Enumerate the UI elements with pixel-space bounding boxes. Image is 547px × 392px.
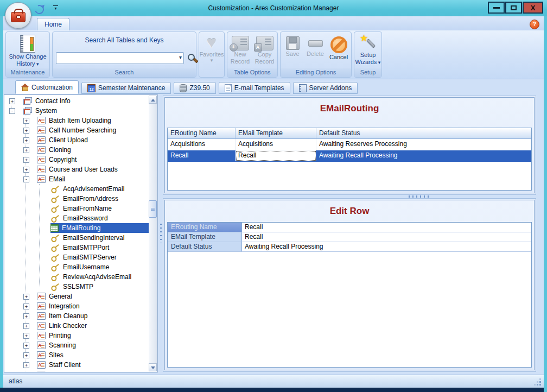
copy-record-button[interactable]: A Copy Record bbox=[252, 32, 277, 65]
tree-item-label: Tags bbox=[47, 371, 64, 371]
scroll-down-button[interactable] bbox=[149, 363, 157, 371]
search-input[interactable] bbox=[58, 54, 174, 63]
tree-expander[interactable]: - bbox=[23, 176, 29, 182]
tree-expander[interactable]: + bbox=[23, 137, 29, 143]
tree-item[interactable]: ReviewAcqAdviseEmail bbox=[5, 272, 149, 282]
resize-grip[interactable] bbox=[533, 378, 541, 385]
tree-item[interactable]: EmailSMTPPort bbox=[5, 243, 149, 252]
tree-item[interactable]: + Scanning bbox=[5, 340, 149, 350]
tree-expander[interactable]: + bbox=[23, 167, 29, 173]
cell-email-template[interactable]: Recall bbox=[236, 150, 316, 161]
vertical-splitter[interactable] bbox=[158, 94, 164, 372]
tree-item[interactable]: EmailSendingInterval bbox=[5, 233, 149, 243]
document-tab[interactable]: Server Addons bbox=[293, 82, 358, 94]
favorites-button[interactable]: ♥ Favorites ▾ bbox=[199, 32, 224, 63]
tree-expander[interactable]: + bbox=[23, 333, 29, 339]
cell-email-template[interactable]: Acquisitions bbox=[236, 139, 316, 150]
tree-expander[interactable]: + bbox=[23, 304, 29, 309]
tree-item[interactable]: EmailSMTPServer bbox=[5, 252, 149, 262]
status-text: atlas bbox=[9, 377, 22, 385]
tree-item[interactable]: + Contact Info bbox=[5, 96, 149, 106]
delete-button[interactable]: Delete bbox=[304, 32, 327, 58]
tree-item[interactable]: EmailPassword bbox=[5, 213, 149, 223]
tree-item[interactable]: + Client Upload bbox=[5, 135, 149, 145]
tree-expander[interactable]: + bbox=[23, 362, 29, 368]
refresh-icon[interactable] bbox=[33, 3, 46, 16]
scrollbar-thumb[interactable] bbox=[149, 200, 157, 218]
edit-field-value[interactable]: Recall bbox=[242, 223, 531, 232]
column-header[interactable]: ERouting Name bbox=[168, 128, 236, 138]
tree-expander[interactable]: + bbox=[23, 157, 29, 163]
tree-expander[interactable]: + bbox=[23, 118, 29, 124]
tab-home[interactable]: Home bbox=[37, 18, 69, 30]
tree-item[interactable]: + Item Cleanup bbox=[5, 311, 149, 321]
horizontal-splitter[interactable] bbox=[164, 193, 535, 200]
tree-expander[interactable]: + bbox=[23, 313, 29, 319]
close-button[interactable]: X bbox=[523, 2, 543, 14]
cell-default-status[interactable]: Awaiting Reserves Processing bbox=[316, 139, 531, 150]
tree-item[interactable]: + Staff Client bbox=[5, 360, 149, 370]
column-header[interactable]: EMail Template bbox=[236, 128, 316, 138]
tree-item[interactable]: + Batch Item Uploading bbox=[5, 116, 149, 125]
tree-item[interactable]: EmailUsername bbox=[5, 262, 149, 272]
cancel-button[interactable]: Cancel bbox=[327, 32, 351, 61]
quick-access-dropdown-icon[interactable]: ▾ bbox=[53, 5, 58, 11]
tree-expander[interactable]: + bbox=[23, 128, 29, 134]
document-tab[interactable]: 12 Semester Maintenance bbox=[81, 82, 171, 94]
tree-item[interactable]: + Call Number Searching bbox=[5, 125, 149, 135]
tree-item[interactable]: AcqAdvisementEmail bbox=[5, 184, 149, 194]
tree-item-label: EmailFromName bbox=[61, 205, 113, 212]
new-record-button[interactable]: + New Record bbox=[228, 32, 252, 65]
tree-item[interactable]: EMailRouting bbox=[5, 223, 149, 233]
edit-field-row: ERouting Name Recall bbox=[168, 223, 531, 232]
help-button[interactable]: ? bbox=[530, 20, 539, 29]
search-magnifier-icon[interactable] bbox=[187, 53, 198, 64]
document-tab[interactable]: Customization bbox=[15, 80, 79, 94]
tree-item[interactable]: SSLSMTP bbox=[5, 282, 149, 292]
tree-item[interactable]: - System bbox=[5, 106, 149, 116]
tree-expander[interactable]: + bbox=[9, 98, 15, 104]
tree-item[interactable]: EmailFromName bbox=[5, 204, 149, 213]
setup-wizards-button[interactable]: Setup Wizards bbox=[354, 32, 381, 66]
tree-item[interactable]: + Tags bbox=[5, 370, 149, 371]
tree-item[interactable]: + Course and User Loads bbox=[5, 165, 149, 174]
column-header[interactable]: Default Status bbox=[316, 128, 531, 138]
table-row[interactable]: Recall Recall Awaiting Recall Processing bbox=[168, 150, 531, 162]
group-caption-search: Search bbox=[53, 68, 196, 77]
scroll-up-button[interactable] bbox=[149, 96, 157, 104]
application-menu-button[interactable] bbox=[5, 2, 31, 29]
tree-item-label: Sites bbox=[47, 351, 65, 359]
cell-erouting-name[interactable]: Recall bbox=[168, 150, 236, 161]
document-tab[interactable]: E-mail Templates bbox=[219, 82, 290, 94]
tree-expander[interactable]: - bbox=[9, 108, 15, 114]
tree-item[interactable]: + Link Checker bbox=[5, 321, 149, 331]
tree-item[interactable]: + Printing bbox=[5, 331, 149, 340]
tree-expander[interactable]: + bbox=[23, 294, 29, 300]
tree-item[interactable]: + Cloning bbox=[5, 145, 149, 155]
show-change-history-button[interactable]: Show Change History bbox=[7, 32, 49, 68]
tree-expander[interactable]: + bbox=[23, 323, 29, 329]
search-combobox[interactable]: ▾ bbox=[56, 52, 184, 64]
tree-item[interactable]: EmailFromAddress bbox=[5, 194, 149, 204]
document-tab[interactable]: Z39.50 bbox=[174, 82, 215, 94]
tree-expander[interactable]: + bbox=[23, 147, 29, 153]
tree-expander[interactable]: + bbox=[23, 343, 29, 349]
minimize-button[interactable] bbox=[488, 2, 505, 14]
combo-dropdown-icon[interactable]: ▾ bbox=[179, 54, 182, 60]
tree-item[interactable]: - EMail bbox=[5, 174, 149, 184]
tree-item[interactable]: + Copyright bbox=[5, 155, 149, 165]
tree-item[interactable]: + General bbox=[5, 292, 149, 301]
cell-default-status[interactable]: Awaiting Recall Processing bbox=[316, 150, 531, 161]
tree-expander[interactable]: + bbox=[23, 352, 29, 358]
edit-field-value[interactable]: Awaiting Recall Processing bbox=[242, 242, 531, 251]
table-row[interactable]: Acquisitions Acquisitions Awaiting Reser… bbox=[168, 139, 531, 150]
tree-item-icon bbox=[37, 332, 46, 339]
tree-item-label: EMailRouting bbox=[60, 224, 102, 232]
save-button[interactable]: Save bbox=[281, 32, 304, 58]
edit-field-value[interactable]: Recall bbox=[242, 232, 531, 242]
tree-scrollbar[interactable] bbox=[149, 96, 157, 371]
maximize-button[interactable] bbox=[505, 2, 522, 14]
tree-item[interactable]: + Sites bbox=[5, 350, 149, 360]
tree-item[interactable]: + Integration bbox=[5, 301, 149, 311]
cell-erouting-name[interactable]: Acquisitions bbox=[168, 139, 236, 150]
